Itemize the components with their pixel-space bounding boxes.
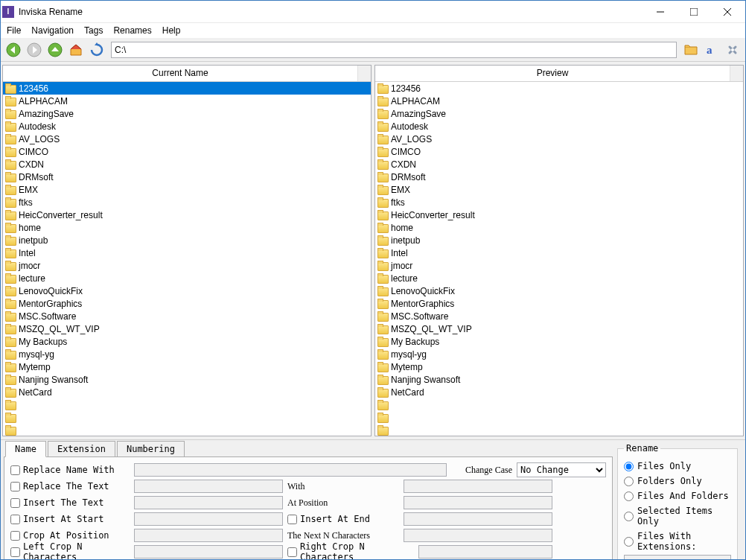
list-item[interactable]: jmocr: [3, 259, 371, 272]
list-item[interactable]: ftks: [375, 196, 743, 209]
list-item[interactable]: CXDN: [375, 158, 743, 171]
list-item[interactable]: LenovoQuickFix: [375, 284, 743, 297]
list-item[interactable]: EMX: [375, 183, 743, 196]
list-item[interactable]: MSC.Software: [3, 310, 371, 322]
list-item[interactable]: CIMCO: [3, 145, 371, 158]
left-crop-n-input[interactable]: [134, 545, 283, 559]
files-with-ext-input[interactable]: [624, 555, 731, 560]
replace-the-text-input[interactable]: [134, 480, 283, 493]
current-name-list[interactable]: 123456ALPHACAMAmazingSaveAutodeskAV_LOGS…: [3, 82, 371, 436]
folders-only-radio[interactable]: [624, 477, 634, 486]
menu-file[interactable]: File: [7, 25, 21, 36]
list-item[interactable]: CXDN: [3, 158, 371, 171]
list-item[interactable]: mysql-yg: [375, 348, 743, 360]
files-and-folders-radio[interactable]: [624, 491, 634, 501]
font-button[interactable]: a: [702, 40, 721, 60]
list-item[interactable]: ALPHACAM: [375, 95, 743, 107]
preview-header[interactable]: Preview: [375, 66, 730, 81]
list-item[interactable]: 123456: [375, 82, 743, 95]
right-crop-n-check[interactable]: [287, 547, 297, 557]
list-item[interactable]: NetCard: [375, 386, 743, 398]
current-name-header[interactable]: Current Name: [3, 66, 358, 81]
path-input[interactable]: [111, 42, 677, 58]
list-item[interactable]: HeicConverter_result: [3, 209, 371, 221]
list-item[interactable]: Mytemp: [375, 360, 743, 373]
list-item[interactable]: MentorGraphics: [3, 297, 371, 310]
refresh-button[interactable]: [87, 40, 106, 60]
back-button[interactable]: [4, 40, 23, 60]
list-item[interactable]: DRMsoft: [3, 171, 371, 183]
selected-items-only-radio[interactable]: [624, 512, 634, 521]
list-item[interactable]: MSZQ_QL_WT_VIP: [375, 322, 743, 335]
list-item[interactable]: AV_LOGS: [375, 133, 743, 145]
tab-extension[interactable]: Extension: [48, 441, 115, 456]
insert-at-start-check[interactable]: [10, 515, 20, 524]
list-item[interactable]: lecture: [375, 272, 743, 284]
at-position-input[interactable]: [404, 496, 552, 509]
list-item[interactable]: Autodesk: [375, 120, 743, 133]
crop-at-position-input[interactable]: [134, 529, 283, 542]
list-item[interactable]: Autodesk: [3, 120, 371, 133]
forward-button[interactable]: [25, 40, 44, 60]
list-item[interactable]: inetpub: [375, 234, 743, 246]
right-crop-n-input[interactable]: [418, 545, 552, 559]
list-item[interactable]: mysql-yg: [3, 348, 371, 360]
tab-name[interactable]: Name: [5, 441, 46, 457]
list-item[interactable]: Intel: [375, 246, 743, 259]
list-item[interactable]: MSC.Software: [375, 310, 743, 322]
insert-the-text-check[interactable]: [10, 498, 20, 508]
with-input[interactable]: [404, 480, 552, 493]
list-item[interactable]: MSZQ_QL_WT_VIP: [3, 322, 371, 335]
menu-renames[interactable]: Renames: [113, 25, 151, 36]
list-item[interactable]: 123456: [3, 82, 371, 95]
left-crop-n-check[interactable]: [10, 547, 20, 557]
replace-name-with-input[interactable]: [134, 463, 447, 477]
list-item[interactable]: Mytemp: [3, 360, 371, 373]
list-item[interactable]: home: [3, 221, 371, 234]
list-item[interactable]: HeicConverter_result: [375, 209, 743, 221]
the-next-n-input[interactable]: [404, 529, 552, 542]
preview-list[interactable]: 123456ALPHACAMAmazingSaveAutodeskAV_LOGS…: [375, 82, 743, 436]
insert-the-text-input[interactable]: [134, 496, 283, 509]
list-item[interactable]: inetpub: [3, 234, 371, 246]
list-item[interactable]: NetCard: [3, 386, 371, 398]
change-case-select[interactable]: No Change: [517, 462, 606, 477]
list-item[interactable]: EMX: [3, 183, 371, 196]
close-button[interactable]: [710, 1, 744, 22]
list-item[interactable]: Nanjing Swansoft: [375, 373, 743, 386]
list-item[interactable]: jmocr: [375, 259, 743, 272]
settings-button[interactable]: [723, 40, 742, 60]
files-only-radio[interactable]: [624, 462, 634, 471]
list-item[interactable]: MentorGraphics: [375, 297, 743, 310]
minimize-button[interactable]: [643, 1, 677, 22]
list-item[interactable]: ALPHACAM: [3, 95, 371, 107]
list-item[interactable]: Intel: [3, 246, 371, 259]
insert-at-end-check[interactable]: [287, 515, 297, 524]
list-item[interactable]: ftks: [3, 196, 371, 209]
list-item[interactable]: My Backups: [375, 335, 743, 348]
menu-navigation[interactable]: Navigation: [31, 25, 74, 36]
files-with-ext-radio[interactable]: [624, 537, 634, 547]
list-item[interactable]: AV_LOGS: [3, 133, 371, 145]
menu-help[interactable]: Help: [162, 25, 181, 36]
maximize-button[interactable]: [677, 1, 710, 22]
list-item[interactable]: AmazingSave: [375, 107, 743, 120]
insert-at-start-input[interactable]: [134, 512, 283, 526]
replace-name-with-check[interactable]: [10, 465, 20, 475]
list-item[interactable]: Nanjing Swansoft: [3, 373, 371, 386]
list-item[interactable]: DRMsoft: [375, 171, 743, 183]
list-item[interactable]: CIMCO: [375, 145, 743, 158]
home-button[interactable]: [66, 40, 86, 60]
menu-tags[interactable]: Tags: [84, 25, 103, 36]
up-button[interactable]: [45, 40, 65, 60]
list-item[interactable]: My Backups: [3, 335, 371, 348]
open-folder-button[interactable]: [681, 40, 701, 60]
list-item[interactable]: home: [375, 221, 743, 234]
list-item[interactable]: LenovoQuickFix: [3, 284, 371, 297]
list-item[interactable]: AmazingSave: [3, 107, 371, 120]
crop-at-position-check[interactable]: [10, 531, 20, 541]
insert-at-end-input[interactable]: [404, 512, 552, 526]
tab-numbering[interactable]: Numbering: [117, 441, 185, 456]
list-item[interactable]: lecture: [3, 272, 371, 284]
replace-the-text-check[interactable]: [10, 482, 20, 491]
